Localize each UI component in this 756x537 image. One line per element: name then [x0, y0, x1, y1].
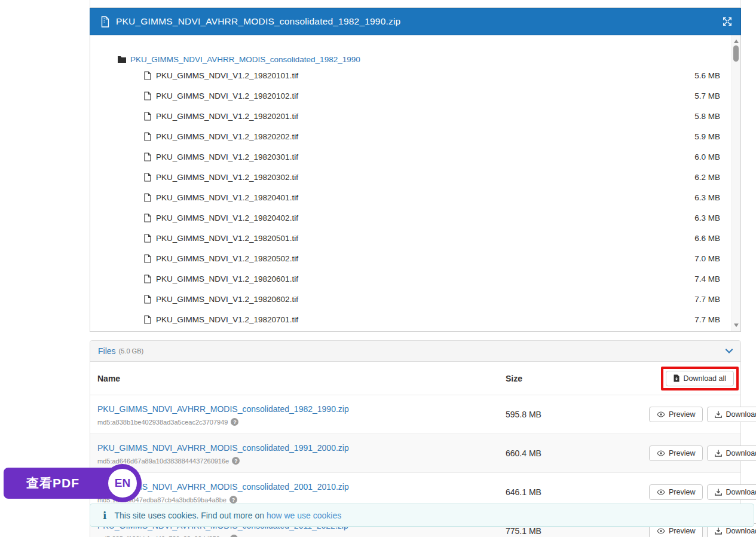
file-table-row: PKU_GIMMS_NDVI_AVHRR_MODIS_consolidated_…: [90, 434, 740, 472]
annotation-highlight-box: Download all: [661, 367, 739, 390]
chevron-down-icon[interactable]: [726, 349, 733, 353]
download-button[interactable]: Download: [707, 484, 756, 500]
file-icon: [144, 295, 151, 304]
files-title: Files: [98, 346, 116, 356]
help-question-icon[interactable]: ?: [229, 496, 237, 504]
file-name-cell: PKU_GIMMS_NDVI_AVHRR_MODIS_consolidated_…: [97, 435, 506, 472]
zip-preview-header: PKU_GIMMS_NDVI_AVHRR_MODIS_consolidated_…: [90, 8, 741, 35]
files-table-header: Name Size Download all: [90, 362, 740, 395]
help-question-icon[interactable]: ?: [232, 457, 240, 465]
tree-file-size: 6.6 MB: [694, 234, 720, 243]
tree-file-row: PKU_GIMMS_NDVI_V1.2_19820701.tif 7.7 MB: [90, 309, 740, 329]
tree-file-name: PKU_GIMMS_NDVI_V1.2_19820701.tif: [156, 315, 298, 324]
cookie-policy-link[interactable]: how we use cookies: [267, 511, 341, 520]
preview-label: Preview: [669, 527, 695, 535]
file-table-row: PKU_GIMMS_NDVI_AVHRR_MODIS_consolidated_…: [90, 395, 740, 434]
tree-file-row: PKU_GIMMS_NDVI_V1.2_19820302.tif 6.2 MB: [90, 167, 740, 187]
file-size-cell: 775.1 MB: [506, 526, 649, 536]
md5-checksum: md5:235ef120bb1ad40a720a22a00dd850ac: [97, 535, 227, 537]
download-button[interactable]: Download: [707, 446, 756, 461]
tree-file-row: PKU_GIMMS_NDVI_V1.2_19820201.tif 5.8 MB: [90, 106, 740, 126]
tree-file-row: PKU_GIMMS_NDVI_V1.2_19820501.tif 6.6 MB: [90, 228, 740, 248]
file-size-cell: 660.4 MB: [506, 448, 649, 458]
download-label: Download: [726, 449, 756, 457]
folder-icon: [118, 56, 126, 63]
tree-file-row: PKU_GIMMS_NDVI_V1.2_19820202.tif 5.9 MB: [90, 126, 740, 147]
tree-file-row: PKU_GIMMS_NDVI_V1.2_19820301.tif 6.0 MB: [90, 147, 740, 167]
download-icon: [715, 489, 722, 496]
eye-icon: [657, 450, 665, 456]
language-toggle-label: EN: [108, 469, 137, 498]
download-all-button[interactable]: Download all: [666, 371, 734, 386]
file-size-cell: 646.1 MB: [506, 487, 649, 497]
column-header-size: Size: [506, 374, 649, 383]
tree-folder-link[interactable]: PKU_GIMMS_NDVI_AVHRR_MODIS_consolidated_…: [130, 55, 360, 64]
tree-file-name: PKU_GIMMS_NDVI_V1.2_19820201.tif: [156, 112, 298, 121]
preview-button[interactable]: Preview: [649, 484, 703, 500]
file-icon: [144, 193, 151, 202]
cookie-banner: i This site uses cookies. Find out more …: [90, 504, 754, 527]
file-download-icon: [674, 374, 680, 382]
cookie-message-text: This site uses cookies. Find out more on: [114, 511, 266, 520]
preview-scrollbar[interactable]: [731, 35, 740, 331]
file-icon: [144, 173, 151, 182]
md5-line: md5:1a92cf047edba87cb4a3bdb59ba4a8be ?: [97, 496, 506, 504]
file-icon: [144, 132, 151, 141]
files-section-header: Files (5.0 GB): [90, 341, 740, 362]
tree-file-row: PKU_GIMMS_NDVI_V1.2_19820101.tif 5.6 MB: [90, 65, 740, 86]
tree-file-list: PKU_GIMMS_NDVI_V1.2_19820101.tif 5.6 MB: [90, 65, 740, 329]
tree-file-row: PKU_GIMMS_NDVI_V1.2_19820601.tif 7.4 MB: [90, 268, 740, 289]
file-actions-cell: Preview Download: [649, 407, 756, 422]
zip-preview-body: PKU_GIMMS_NDVI_AVHRR_MODIS_consolidated_…: [90, 35, 740, 331]
file-icon: [144, 71, 151, 80]
preview-button[interactable]: Preview: [649, 446, 703, 461]
zip-file-icon: [100, 16, 109, 28]
file-name-link[interactable]: PKU_GIMMS_NDVI_AVHRR_MODIS_consolidated_…: [97, 404, 349, 414]
file-name-link[interactable]: PKU_GIMMS_NDVI_AVHRR_MODIS_consolidated_…: [97, 443, 349, 453]
md5-line: md5:235ef120bb1ad40a720a22a00dd850ac ?: [97, 535, 506, 537]
tree-file-row: PKU_GIMMS_NDVI_V1.2_19820502.tif 7.0 MB: [90, 248, 740, 268]
preview-label: Preview: [669, 488, 695, 496]
tree-file-size: 6.3 MB: [694, 213, 720, 222]
tree-file-size: 7.4 MB: [694, 274, 720, 283]
file-icon: [144, 315, 151, 324]
tree-file-name: PKU_GIMMS_NDVI_V1.2_19820401.tif: [156, 193, 298, 202]
tree-file-name: PKU_GIMMS_NDVI_V1.2_19820101.tif: [156, 71, 298, 80]
scroll-up-arrow-icon[interactable]: [732, 37, 740, 45]
language-toggle-button[interactable]: EN: [103, 464, 142, 502]
tree-file-name: PKU_GIMMS_NDVI_V1.2_19820402.tif: [156, 213, 298, 222]
tree-folder-row: PKU_GIMMS_NDVI_AVHRR_MODIS_consolidated_…: [90, 53, 740, 65]
main-column: PKU_GIMMS_NDVI_AVHRR_MODIS_consolidated_…: [90, 0, 741, 537]
preview-label: Preview: [669, 449, 695, 457]
md5-checksum: md5:ad646d67a89a10d3838844437260916e: [97, 457, 229, 465]
download-all-label: Download all: [683, 374, 726, 383]
zip-preview-title: PKU_GIMMS_NDVI_AVHRR_MODIS_consolidated_…: [116, 16, 400, 27]
tree-file-size: 7.0 MB: [694, 254, 720, 263]
eye-icon: [657, 489, 665, 495]
download-button[interactable]: Download: [707, 407, 756, 422]
md5-line: md5:ad646d67a89a10d3838844437260916e ?: [97, 457, 506, 465]
tree-file-size: 6.3 MB: [694, 193, 720, 202]
preview-label: Preview: [669, 410, 695, 419]
preview-button[interactable]: Preview: [649, 407, 703, 422]
file-icon: [144, 91, 151, 100]
download-icon: [715, 450, 722, 457]
file-icon: [144, 254, 151, 263]
file-icon: [144, 234, 151, 243]
help-question-icon[interactable]: ?: [231, 418, 238, 426]
tree-file-size: 5.9 MB: [694, 132, 720, 141]
expand-icon[interactable]: [723, 17, 732, 26]
eye-icon: [657, 528, 665, 534]
scrollbar-thumb[interactable]: [733, 45, 739, 62]
scroll-down-arrow-icon[interactable]: [732, 321, 740, 329]
tree-file-size: 5.7 MB: [694, 91, 720, 100]
cookie-message: This site uses cookies. Find out more on…: [114, 511, 341, 520]
zip-file-tree: PKU_GIMMS_NDVI_AVHRR_MODIS_consolidated_…: [90, 35, 740, 329]
file-icon: [144, 274, 151, 283]
tree-file-size: 6.2 MB: [694, 173, 720, 182]
file-actions-cell: Preview Download: [649, 484, 756, 500]
tree-file-name: PKU_GIMMS_NDVI_V1.2_19820302.tif: [156, 173, 298, 182]
eye-icon: [657, 411, 665, 417]
tree-file-row: PKU_GIMMS_NDVI_V1.2_19820602.tif 7.7 MB: [90, 289, 740, 309]
help-question-icon[interactable]: ?: [230, 535, 238, 537]
